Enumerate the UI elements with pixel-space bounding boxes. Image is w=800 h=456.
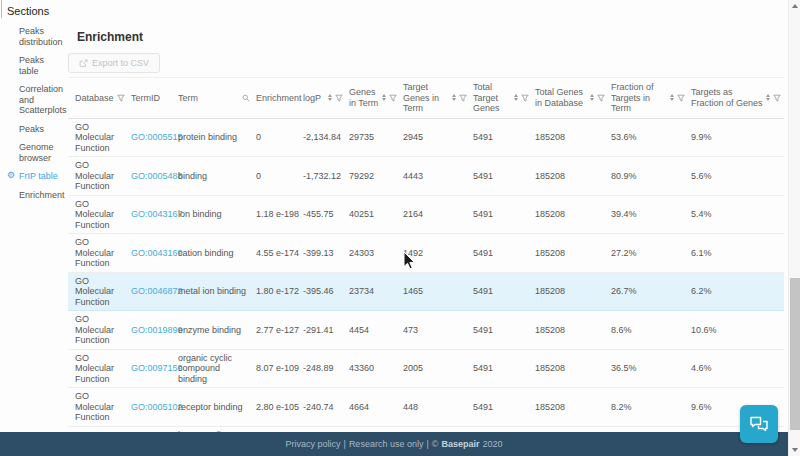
scroll-down-icon[interactable] [789,444,800,456]
cell-total_target_genes: 5491 [470,234,532,273]
column-header-logp[interactable]: logP [300,78,346,119]
cell-fraction_targets_in_term: 26.7% [608,272,688,311]
table-row[interactable]: GO Molecular FunctionGO:0043167ion bindi… [68,195,784,234]
cell-logp: -1,732.12 [300,157,346,196]
table-row[interactable]: GO Molecular FunctionGO:0005102receptor … [68,388,784,427]
termid-link[interactable]: GO:0043169 [131,248,183,258]
cell-database: GO Molecular Function [68,272,128,311]
filter-icon[interactable] [117,94,125,102]
column-header-database[interactable]: Database [68,78,128,119]
cell-targets_fraction_genes: 5.4% [688,195,784,234]
column-header-total-target-genes[interactable]: Total Target Genes [470,78,532,119]
sort-icon[interactable] [590,94,594,101]
cell-genes_in_term: 23734 [346,272,400,311]
cell-logp: -399.13 [300,234,346,273]
sort-icon[interactable] [452,94,456,101]
sidebar-item-label: Genome browser [19,142,54,163]
sort-icon[interactable] [514,94,518,101]
cell-enrichment: 0 [253,157,300,196]
gear-icon: ⚙ [7,170,15,181]
column-label: Fraction of Targets in Term [611,82,667,114]
table-row[interactable]: GO Molecular FunctionGO:0043169cation bi… [68,234,784,273]
cell-target_genes_in_term: 1465 [400,272,470,311]
cell-termid: GO:0043167 [128,195,175,234]
column-header-genes-in-term[interactable]: Genes in Term [346,78,400,119]
column-header-target-genes-in-term[interactable]: Target Genes in Term [400,78,470,119]
termid-link[interactable]: GO:0005488 [131,171,183,181]
cell-term: binding [175,157,253,196]
main-content: Enrichment Export to CSV DatabaseTermIDT… [68,0,786,456]
table-row[interactable]: GO Molecular FunctionGO:0005515protein b… [68,118,784,157]
cell-logp: -395.46 [300,272,346,311]
column-header-term[interactable]: Term [175,78,253,119]
cell-database: GO Molecular Function [68,118,128,157]
privacy-policy-link[interactable]: Privacy policy [286,439,341,449]
enrichment-table: DatabaseTermIDTermEnrichmentlogPGenes in… [68,77,784,456]
column-header-termid[interactable]: TermID [128,78,175,119]
export-csv-button[interactable]: Export to CSV [68,53,160,73]
cell-fraction_targets_in_term: 53.6% [608,118,688,157]
table-row[interactable]: GO Molecular FunctionGO:0019899enzyme bi… [68,311,784,350]
sort-icon[interactable] [670,94,674,101]
cell-termid: GO:0046872 [128,272,175,311]
cell-targets_fraction_genes: 4.6% [688,349,784,388]
termid-link[interactable]: GO:0043167 [131,209,183,219]
termid-link[interactable]: GO:0005515 [131,132,183,142]
search-icon[interactable] [242,94,250,102]
sidebar-item-label: Peaks table [19,55,44,76]
column-header-enrichment[interactable]: Enrichment [253,78,300,119]
cell-fraction_targets_in_term: 27.2% [608,234,688,273]
filter-icon[interactable] [459,94,467,102]
filter-icon[interactable] [389,94,397,102]
sort-icon[interactable] [328,94,332,101]
cell-database: GO Molecular Function [68,311,128,350]
filter-icon[interactable] [521,94,529,102]
filter-icon[interactable] [677,94,685,102]
sidebar-item-peaks-distribution[interactable]: Peaks distribution [19,26,66,47]
scrollbar-thumb[interactable] [790,278,800,430]
column-header-targets-as-fraction-of-genes[interactable]: Targets as Fraction of Genes [688,78,784,119]
footer-separator: | [344,439,346,449]
sidebar-item-enrichment[interactable]: Enrichment [19,190,66,201]
table-row[interactable]: GO Molecular FunctionGO:0046872metal ion… [68,272,784,311]
column-header-fraction-of-targets-in-term[interactable]: Fraction of Targets in Term [608,78,688,119]
sidebar-item-peaks[interactable]: Peaks [19,124,66,135]
column-header-total-genes-in-database[interactable]: Total Genes in Database [532,78,608,119]
cell-total_genes_in_database: 185208 [532,311,608,350]
sidebar-item-peaks-table[interactable]: Peaks table [19,55,66,76]
vertical-scrollbar[interactable] [788,0,800,456]
cell-fraction_targets_in_term: 36.5% [608,349,688,388]
table-row[interactable]: GO Molecular FunctionGO:0005488binding0-… [68,157,784,196]
sidebar-item-correlation-and-scatterplots[interactable]: Correlation and Scatterplots [19,84,66,116]
cell-database: GO Molecular Function [68,157,128,196]
cell-total_genes_in_database: 185208 [532,118,608,157]
column-label: Total Genes in Database [535,87,587,108]
sidebar-item-genome-browser[interactable]: Genome browser [19,142,66,163]
sort-icon[interactable] [382,94,386,101]
cell-target_genes_in_term: 1492 [400,234,470,273]
filter-icon[interactable] [773,94,781,102]
cell-total_genes_in_database: 185208 [532,388,608,427]
footer-year: 2020 [482,439,502,449]
termid-link[interactable]: GO:0005102 [131,402,183,412]
chat-bubbles-icon [749,415,769,433]
sort-icon[interactable] [766,94,770,101]
cell-total_genes_in_database: 185208 [532,349,608,388]
cell-genes_in_term: 4454 [346,311,400,350]
cell-database: GO Molecular Function [68,349,128,388]
chat-button[interactable] [740,405,778,443]
cell-total_genes_in_database: 185208 [532,157,608,196]
termid-link[interactable]: GO:0019899 [131,325,183,335]
sidebar-item-label: FrIP table [19,171,58,181]
termid-link[interactable]: GO:0097159 [131,363,183,373]
sections-sidebar: Sections Peaks distributionPeaks tableCo… [0,0,66,208]
filter-icon[interactable] [335,94,343,102]
scroll-up-icon[interactable] [789,0,800,12]
column-label: Genes in Term [349,87,379,108]
filter-icon[interactable] [597,94,605,102]
cell-fraction_targets_in_term: 39.4% [608,195,688,234]
termid-link[interactable]: GO:0046872 [131,286,183,296]
sidebar-item-frip-table[interactable]: ⚙FrIP table [19,171,66,182]
table-row[interactable]: GO Molecular FunctionGO:0097159organic c… [68,349,784,388]
sidebar-item-label: Peaks [19,124,44,134]
